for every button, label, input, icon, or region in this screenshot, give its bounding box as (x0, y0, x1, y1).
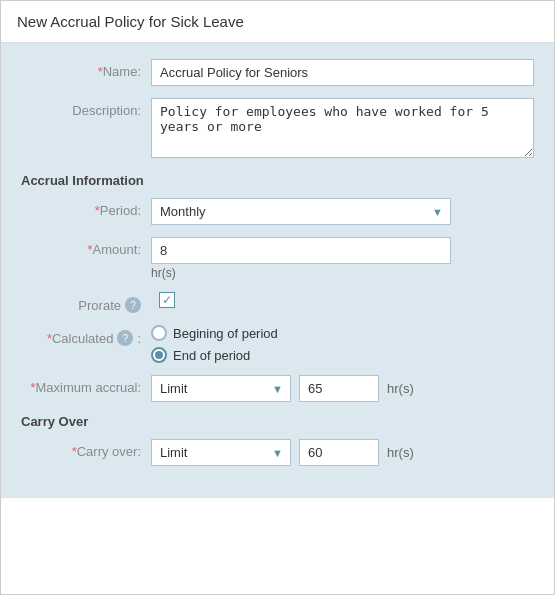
period-select-wrapper: Monthly Weekly Biweekly Annually ▼ (151, 198, 451, 225)
period-field-wrapper: Monthly Weekly Biweekly Annually ▼ (151, 198, 534, 225)
amount-label: *Amount: (21, 237, 151, 257)
radio-end[interactable]: End of period (151, 347, 534, 363)
radio-end-outer (151, 347, 167, 363)
description-field-wrapper: Policy for employees who have worked for… (151, 98, 534, 161)
description-label: Description: (21, 98, 151, 118)
accrual-policy-card: New Accrual Policy for Sick Leave *Name:… (0, 0, 555, 595)
name-field-wrapper (151, 59, 534, 86)
description-row: Description: Policy for employees who ha… (21, 98, 534, 161)
prorate-checkmark: ✓ (162, 293, 172, 307)
period-row: *Period: Monthly Weekly Biweekly Annuall… (21, 198, 534, 225)
carry-over-label: *Carry over: (21, 439, 151, 459)
card-title: New Accrual Policy for Sick Leave (1, 1, 554, 43)
radio-beginning-outer (151, 325, 167, 341)
max-accrual-input[interactable] (299, 375, 379, 402)
calculated-row: *Calculated ? : Begining of period En (21, 325, 534, 363)
max-accrual-select-wrapper: Limit No Limit ▼ (151, 375, 291, 402)
name-input[interactable] (151, 59, 534, 86)
carry-over-input[interactable] (299, 439, 379, 466)
carry-over-field-wrapper: Limit No Limit ▼ hr(s) (151, 439, 534, 466)
carry-over-header: Carry Over (21, 414, 534, 429)
radio-end-label: End of period (173, 348, 250, 363)
period-label: *Period: (21, 198, 151, 218)
prorate-label: Prorate ? (21, 292, 151, 313)
description-input[interactable]: Policy for employees who have worked for… (151, 98, 534, 158)
carry-over-row: *Carry over: Limit No Limit ▼ hr(s) (21, 439, 534, 466)
radio-beginning[interactable]: Begining of period (151, 325, 534, 341)
calculated-radio-group: Begining of period End of period (151, 325, 534, 363)
amount-input[interactable] (151, 237, 451, 264)
name-label: *Name: (21, 59, 151, 79)
amount-unit: hr(s) (151, 266, 534, 280)
radio-beginning-label: Begining of period (173, 326, 278, 341)
carry-over-unit: hr(s) (387, 445, 414, 460)
max-accrual-row: *Maximum accrual: Limit No Limit ▼ hr(s) (21, 375, 534, 402)
calculated-label: *Calculated ? : (21, 325, 151, 346)
prorate-row: Prorate ? ✓ (21, 292, 534, 313)
carry-over-select-wrapper: Limit No Limit ▼ (151, 439, 291, 466)
prorate-help-icon[interactable]: ? (125, 297, 141, 313)
prorate-checkbox[interactable]: ✓ (159, 292, 175, 308)
carry-over-type-select[interactable]: Limit No Limit (151, 439, 291, 466)
accrual-info-header: Accrual Information (21, 173, 534, 188)
calculated-help-icon[interactable]: ? (117, 330, 133, 346)
max-accrual-unit: hr(s) (387, 381, 414, 396)
amount-field-wrapper: hr(s) (151, 237, 534, 280)
radio-end-inner (155, 351, 163, 359)
max-accrual-type-select[interactable]: Limit No Limit (151, 375, 291, 402)
calculated-field-wrapper: Begining of period End of period (151, 325, 534, 363)
card-body: *Name: Description: Policy for employees… (1, 43, 554, 498)
prorate-field-wrapper: ✓ (151, 292, 534, 308)
period-select[interactable]: Monthly Weekly Biweekly Annually (151, 198, 451, 225)
max-accrual-label: *Maximum accrual: (21, 375, 151, 395)
amount-row: *Amount: hr(s) (21, 237, 534, 280)
max-accrual-field-wrapper: Limit No Limit ▼ hr(s) (151, 375, 534, 402)
name-row: *Name: (21, 59, 534, 86)
